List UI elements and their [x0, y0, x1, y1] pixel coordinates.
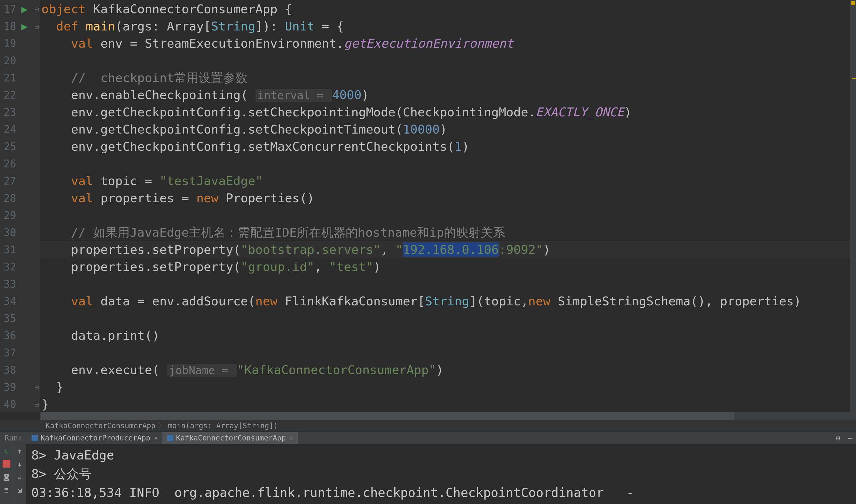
code-token: env.enableCheckpointing(: [41, 88, 255, 102]
code-line[interactable]: env.enableCheckpointing( interval = 4000…: [40, 86, 856, 104]
console-output[interactable]: 8> JavaEdge 8> 公众号 03:36:18,534 INFO org…: [26, 444, 856, 504]
run-gutter-icon[interactable]: ▶: [21, 20, 28, 32]
code-token: ): [543, 242, 550, 257]
code-token: (args:: [115, 19, 167, 33]
horizontal-scrollbar[interactable]: [40, 412, 856, 420]
camera-icon[interactable]: ◙: [3, 473, 11, 481]
stop-icon[interactable]: [3, 460, 11, 468]
minimize-icon[interactable]: —: [844, 433, 856, 443]
line-number: 35: [0, 312, 18, 324]
run-gutter-icon[interactable]: ▶: [21, 3, 28, 15]
inspection-indicator-icon[interactable]: [851, 1, 855, 5]
code-token: Properties(): [226, 191, 314, 205]
code-line[interactable]: properties.setProperty("group.id", "test…: [40, 258, 856, 275]
layout-icon[interactable]: ≣: [3, 486, 11, 493]
line-number: 39: [0, 381, 18, 393]
code-token: KafkaConnectorConsumerApp: [93, 2, 285, 16]
code-token: data.print(): [41, 328, 159, 343]
breadcrumb-item[interactable]: KafkaConnectorConsumerApp: [43, 421, 158, 430]
close-icon[interactable]: ×: [290, 434, 293, 442]
fold-icon[interactable]: ⊟: [34, 400, 39, 409]
code-token: ): [462, 139, 469, 154]
code-token: // 如果用JavaEdge主机名：需配置IDE所在机器的hostname和ip…: [71, 225, 505, 239]
code-line[interactable]: env.getCheckpointConfig.setCheckpointTim…: [40, 121, 856, 138]
code-token: object: [41, 2, 93, 16]
scroll-end-icon[interactable]: ⇲: [16, 486, 24, 493]
run-tab-consumer[interactable]: KafkaConnectorConsumerApp ×: [162, 432, 298, 444]
code-token: = {: [314, 19, 344, 33]
code-line[interactable]: // checkpoint常用设置参数: [40, 69, 856, 86]
code-token: env.getCheckpointConfig.setCheckpointTim…: [41, 122, 403, 137]
up-icon[interactable]: ↑: [16, 447, 24, 454]
code-line[interactable]: [40, 207, 856, 224]
code-token: }: [41, 397, 49, 411]
code-token: new: [196, 191, 226, 205]
line-number: 18: [0, 20, 18, 32]
code-token: "KafkaConnectorConsumerApp": [237, 363, 436, 377]
code-line[interactable]: // 如果用JavaEdge主机名：需配置IDE所在机器的hostname和ip…: [40, 224, 856, 241]
down-icon[interactable]: ↓: [16, 460, 24, 468]
console-area: ↻ ◙ ≣ ↑ ↓ ↲ ⇲ 8> JavaEdge 8> 公众号 03:36:1…: [0, 444, 856, 504]
code-token: {: [285, 2, 292, 16]
code-line[interactable]: val env = StreamExecutionEnvironment.get…: [40, 35, 856, 52]
code-line[interactable]: }: [40, 379, 856, 396]
code-token: val: [71, 191, 100, 205]
rerun-icon[interactable]: ↻: [3, 447, 11, 454]
code-line[interactable]: env.getCheckpointConfig.setCheckpointing…: [40, 104, 856, 121]
code-token: [41, 225, 71, 239]
wrap-icon[interactable]: ↲: [16, 473, 24, 481]
code-token: "group.id": [241, 259, 314, 274]
code-token: new: [255, 294, 285, 308]
warning-marker[interactable]: [852, 78, 856, 79]
code-line[interactable]: properties.setProperty("bootstrap.server…: [40, 241, 856, 258]
line-number: 25: [0, 141, 18, 152]
gutter-row: 20: [0, 52, 40, 69]
fold-icon[interactable]: ⊟: [34, 22, 39, 31]
scala-file-icon: [32, 435, 38, 441]
code-token: new: [528, 294, 558, 308]
code-token: ](topic,: [469, 294, 528, 308]
code-token: [41, 36, 71, 51]
code-line[interactable]: env.getCheckpointConfig.setMaxConcurrent…: [40, 138, 856, 155]
line-number: 38: [0, 364, 18, 376]
code-token: ,: [381, 242, 396, 257]
code-line[interactable]: [40, 310, 856, 327]
code-line[interactable]: [40, 155, 856, 172]
breadcrumb-item[interactable]: main(args: Array[String]): [165, 421, 280, 430]
gutter-row: 18▶⊟: [0, 18, 40, 35]
code-token: "test": [329, 259, 374, 274]
code-token: env = StreamExecutionEnvironment.: [100, 36, 344, 51]
code-area[interactable]: object KafkaConnectorConsumerApp { def m…: [40, 0, 856, 412]
code-token: [41, 294, 71, 308]
run-toolwindow-header: Run: KafkaConnectorProducerApp × KafkaCo…: [0, 432, 856, 444]
code-line[interactable]: }: [40, 396, 856, 412]
fold-icon[interactable]: ⊟: [34, 383, 39, 392]
scrollbar-thumb[interactable]: [40, 412, 734, 420]
code-token: ): [436, 363, 443, 377]
gear-icon[interactable]: ⚙: [832, 433, 844, 443]
fold-icon[interactable]: ⊟: [34, 5, 39, 14]
code-line[interactable]: [40, 52, 856, 69]
code-line[interactable]: val topic = "testJavaEdge": [40, 172, 856, 190]
close-icon[interactable]: ×: [154, 434, 158, 442]
code-line[interactable]: val properties = new Properties(): [40, 190, 856, 207]
code-line[interactable]: env.execute( jobName = "KafkaConnectorCo…: [40, 361, 856, 379]
code-line[interactable]: def main(args: Array[String]): Unit = {: [40, 18, 856, 35]
line-number: 30: [0, 227, 18, 238]
code-line[interactable]: data.print(): [40, 327, 856, 344]
line-number: 33: [0, 278, 18, 290]
line-number: 26: [0, 158, 18, 170]
line-number: 24: [0, 123, 18, 136]
gutter-row: 25: [0, 138, 40, 155]
code-token: env.getCheckpointConfig.setMaxConcurrent…: [41, 139, 455, 154]
code-token: interval =: [255, 89, 332, 102]
code-token: val: [71, 36, 100, 51]
code-line[interactable]: val data = env.addSource(new FlinkKafkaC…: [40, 293, 856, 310]
code-line[interactable]: [40, 275, 856, 293]
code-token: main: [86, 19, 115, 33]
code-line[interactable]: [40, 344, 856, 361]
run-tab-producer[interactable]: KafkaConnectorProducerApp ×: [27, 432, 162, 444]
code-token: String: [211, 19, 255, 33]
code-line[interactable]: object KafkaConnectorConsumerApp {: [40, 1, 856, 18]
gutter-row: 29: [0, 207, 40, 224]
